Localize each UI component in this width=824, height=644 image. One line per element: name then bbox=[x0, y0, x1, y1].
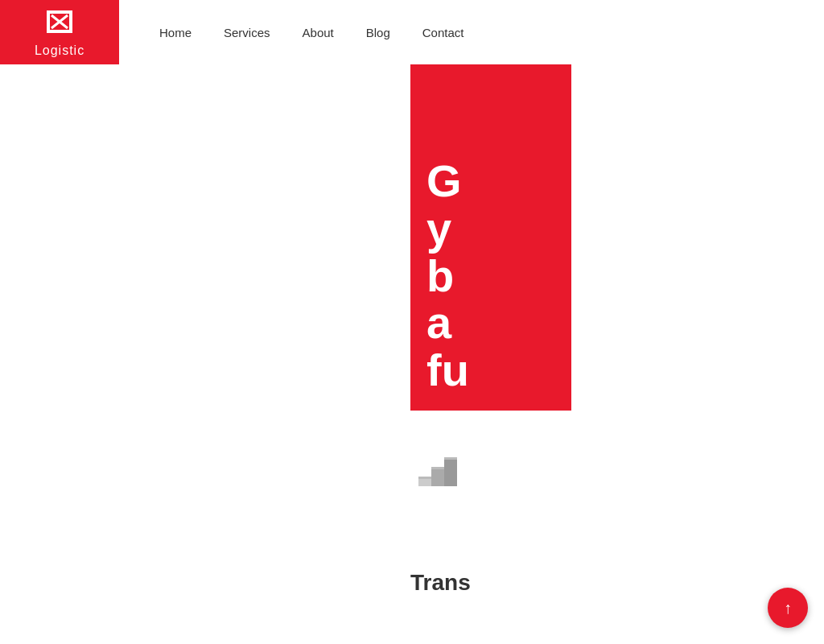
transport-label: Trans bbox=[410, 570, 471, 596]
lower-section: Trans bbox=[410, 570, 471, 596]
nav-services[interactable]: Services bbox=[208, 0, 286, 64]
nav-links: Home Services About Blog Contact bbox=[119, 0, 480, 64]
nav-blog[interactable]: Blog bbox=[350, 0, 406, 64]
svg-rect-3 bbox=[69, 10, 72, 33]
svg-rect-10 bbox=[444, 457, 457, 460]
stairs-icon bbox=[418, 451, 459, 486]
navbar: Logistic Home Services About Blog Contac… bbox=[0, 0, 824, 64]
logo-icon bbox=[43, 7, 76, 40]
svg-rect-2 bbox=[47, 30, 72, 33]
logo-text: Logistic bbox=[35, 43, 84, 58]
scroll-top-icon: ↑ bbox=[784, 599, 792, 617]
svg-rect-9 bbox=[431, 467, 444, 469]
scroll-top-button[interactable]: ↑ bbox=[768, 588, 808, 628]
svg-rect-8 bbox=[418, 477, 431, 479]
svg-rect-0 bbox=[47, 10, 72, 14]
hero-text: G y b a fu bbox=[426, 158, 555, 394]
svg-rect-6 bbox=[431, 467, 444, 486]
logo-area[interactable]: Logistic bbox=[0, 0, 119, 64]
nav-about[interactable]: About bbox=[286, 0, 350, 64]
nav-contact[interactable]: Contact bbox=[406, 0, 480, 64]
main-content: G y b a fu Trans bbox=[0, 0, 824, 644]
svg-rect-1 bbox=[47, 10, 50, 33]
svg-rect-7 bbox=[444, 457, 457, 486]
nav-home[interactable]: Home bbox=[143, 0, 208, 64]
